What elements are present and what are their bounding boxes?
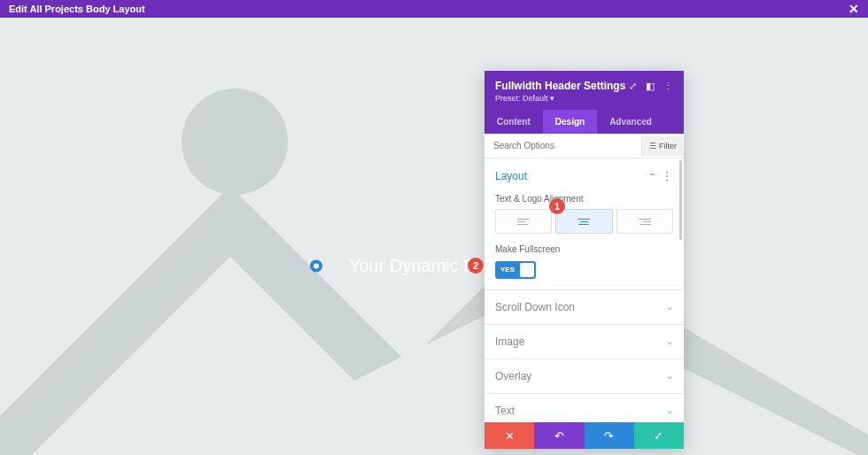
panel-footer: ✕ ↶ ↷ ✓ — [484, 422, 684, 449]
section-text-header[interactable]: Text ⌄ — [484, 394, 684, 423]
section-image-header[interactable]: Image ⌄ — [484, 325, 684, 359]
top-bar: Edit All Projects Body Layout ✕ — [0, 0, 868, 18]
search-row: ☰ Filter — [484, 134, 684, 158]
section-layout-title: Layout — [495, 170, 527, 182]
align-center-button[interactable] — [555, 209, 612, 234]
redo-button[interactable]: ↷ — [585, 422, 634, 449]
align-left-button[interactable] — [495, 209, 552, 234]
svg-point-0 — [182, 89, 288, 195]
tab-advanced[interactable]: Advanced — [597, 110, 664, 134]
canvas — [0, 18, 868, 455]
section-overlay-title: Overlay — [495, 370, 531, 382]
chevron-down-icon: ⌄ — [666, 405, 673, 415]
panel-header-actions: ⤢ ◧ ⋮ — [629, 81, 673, 92]
page-title: Edit All Projects Body Layout — [9, 4, 145, 14]
panel-body: ☰ Filter Layout ⌃ ⋮ Text & Logo Alignmen… — [484, 134, 684, 422]
dynamic-content-icon[interactable] — [310, 259, 322, 272]
save-button[interactable]: ✓ — [634, 422, 684, 449]
chevron-down-icon: ⌄ — [666, 302, 673, 312]
panel-header: Fullwidth Header Settings ⤢ ◧ ⋮ Preset: … — [484, 71, 684, 110]
panel-title: Fullwidth Header Settings — [495, 80, 625, 92]
chevron-down-icon: ⌄ — [666, 371, 673, 381]
chevron-up-icon: ⌃ — [648, 172, 655, 181]
align-right-icon — [639, 219, 651, 225]
section-more-icon[interactable]: ⋮ — [661, 169, 673, 183]
section-overlay-header[interactable]: Overlay ⌄ — [484, 359, 684, 393]
tabs: Content Design Advanced — [484, 110, 684, 134]
section-overlay: Overlay ⌄ — [484, 359, 684, 393]
fullscreen-toggle[interactable]: YES — [495, 261, 536, 279]
snap-icon[interactable]: ◧ — [646, 81, 655, 92]
section-text: Text ⌄ — [484, 393, 684, 423]
cancel-button[interactable]: ✕ — [484, 422, 534, 449]
callout-badge-1: 1 — [549, 198, 565, 214]
section-scroll-title: Scroll Down Icon — [495, 301, 575, 313]
alignment-group — [495, 209, 673, 234]
filter-label: Filter — [659, 142, 677, 150]
more-icon[interactable]: ⋮ — [663, 81, 673, 92]
preset-label[interactable]: Preset: Default ▾ — [495, 94, 673, 103]
settings-panel: Fullwidth Header Settings ⤢ ◧ ⋮ Preset: … — [484, 71, 684, 449]
text-align-label: Text & Logo Alignment — [495, 194, 673, 204]
section-image-title: Image — [495, 335, 524, 348]
close-icon[interactable]: ✕ — [849, 2, 859, 16]
filter-icon: ☰ — [649, 142, 656, 150]
filter-button[interactable]: ☰ Filter — [641, 136, 684, 156]
callout-badge-2: 2 — [468, 258, 484, 274]
fullscreen-label: Make Fullscreen — [495, 244, 673, 254]
section-scroll: Scroll Down Icon ⌄ — [484, 289, 684, 324]
toggle-knob — [520, 263, 534, 277]
section-scroll-header[interactable]: Scroll Down Icon ⌄ — [484, 290, 684, 324]
tab-design[interactable]: Design — [543, 110, 597, 134]
expand-icon[interactable]: ⤢ — [629, 81, 637, 92]
section-image: Image ⌄ — [484, 324, 684, 359]
scrollbar[interactable] — [679, 160, 682, 240]
section-layout: Layout ⌃ ⋮ Text & Logo Alignment — [484, 158, 684, 289]
align-left-icon — [517, 219, 530, 225]
section-text-title: Text — [495, 405, 515, 417]
undo-button[interactable]: ↶ — [534, 422, 584, 449]
search-input[interactable] — [484, 134, 641, 158]
section-layout-header[interactable]: Layout ⌃ ⋮ — [484, 158, 684, 194]
tab-content[interactable]: Content — [484, 110, 543, 134]
toggle-yes-label: YES — [497, 266, 518, 274]
align-right-button[interactable] — [616, 209, 673, 234]
align-center-icon — [577, 219, 590, 225]
chevron-down-icon: ⌄ — [666, 336, 673, 346]
